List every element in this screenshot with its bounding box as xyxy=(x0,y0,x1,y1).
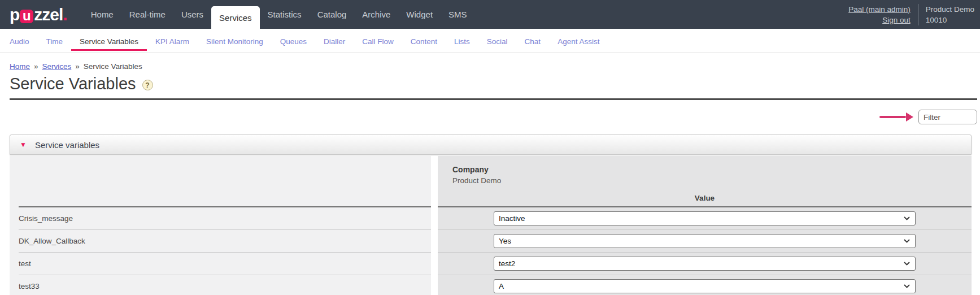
variable-name: DK_Allow_Callback xyxy=(19,230,431,253)
page-content: Home»Services»Service Variables Service … xyxy=(0,62,980,295)
subnav-item-silent-monitoring[interactable]: Silent Monitoring xyxy=(198,30,272,51)
top-nav-bar: puzzel. Home Real-time Users Services St… xyxy=(0,0,980,29)
breadcrumb-home-link[interactable]: Home xyxy=(10,62,30,71)
page-title: Service Variables xyxy=(10,75,136,93)
company-value-column: Company Product Demo Value Inactive xyxy=(438,156,972,295)
chevron-down-icon xyxy=(904,216,910,220)
subnav-item-queues[interactable]: Queues xyxy=(272,30,315,51)
logo-text-zzel: zzel xyxy=(34,5,63,24)
breadcrumb-separator: » xyxy=(75,62,80,71)
title-divider xyxy=(10,98,977,100)
nav-item-widget[interactable]: Widget xyxy=(398,0,441,29)
nav-item-catalog[interactable]: Catalog xyxy=(310,0,355,29)
select-value: test2 xyxy=(499,259,515,268)
user-profile-link[interactable]: Paal (main admin) xyxy=(848,4,911,15)
user-area: Paal (main admin) Sign out Product Demo … xyxy=(848,0,980,29)
company-info: Product Demo 10010 xyxy=(926,4,974,25)
variable-name: test xyxy=(19,253,431,275)
variable-name: Crisis_message xyxy=(19,207,431,230)
user-area-divider xyxy=(918,4,918,25)
annotation-arrow-icon xyxy=(879,112,913,122)
company-id: 10010 xyxy=(926,15,974,25)
sign-out-link[interactable]: Sign out xyxy=(848,15,911,25)
company-column-header: Company xyxy=(452,164,972,175)
collapse-triangle-icon: ▼ xyxy=(20,141,27,148)
subnav-item-social[interactable]: Social xyxy=(478,30,516,51)
table-row: test2 xyxy=(438,253,972,275)
variable-name-column: Crisis_message DK_Allow_Callback test te… xyxy=(10,156,431,295)
nav-item-services[interactable]: Services xyxy=(211,6,260,29)
select-value: Yes xyxy=(499,237,511,245)
subnav-item-audio[interactable]: Audio xyxy=(1,30,38,51)
chevron-down-icon xyxy=(904,239,910,243)
nav-item-archive[interactable]: Archive xyxy=(354,0,398,29)
nav-item-home[interactable]: Home xyxy=(83,0,121,29)
logo-dot: . xyxy=(63,5,67,24)
subnav-item-call-flow[interactable]: Call Flow xyxy=(354,30,402,51)
subnav-item-chat[interactable]: Chat xyxy=(516,30,550,51)
table-row: Yes xyxy=(438,230,972,253)
filter-input[interactable] xyxy=(918,110,977,124)
dk-allow-callback-select[interactable]: Yes xyxy=(494,234,916,248)
nav-item-users[interactable]: Users xyxy=(173,0,211,29)
select-value: Inactive xyxy=(499,214,525,223)
subnav-item-time[interactable]: Time xyxy=(38,30,72,51)
logo-text-p: p xyxy=(10,5,19,24)
subnav-item-kpi-alarm[interactable]: KPI Alarm xyxy=(147,30,198,51)
subnav-item-agent-assist[interactable]: Agent Assist xyxy=(549,30,608,51)
nav-item-sms[interactable]: SMS xyxy=(441,0,475,29)
value-column-header: Value xyxy=(438,194,972,202)
breadcrumb-current: Service Variables xyxy=(84,62,142,71)
subnav-item-dialler[interactable]: Dialler xyxy=(315,30,354,51)
breadcrumb-services-link[interactable]: Services xyxy=(42,62,72,71)
test33-select[interactable]: A xyxy=(494,279,916,293)
test-select[interactable]: test2 xyxy=(494,257,916,271)
logo-u-icon: u xyxy=(20,10,33,23)
company-name: Product Demo xyxy=(926,4,974,15)
main-nav: Home Real-time Users Services Statistics… xyxy=(83,0,475,29)
crisis-message-select[interactable]: Inactive xyxy=(494,211,916,225)
subnav-item-lists[interactable]: Lists xyxy=(446,30,478,51)
company-column-subheader: Product Demo xyxy=(452,175,972,186)
subnav-item-content[interactable]: Content xyxy=(402,30,446,51)
table-row: A xyxy=(438,275,972,295)
column-gap xyxy=(431,156,438,295)
breadcrumb-separator: » xyxy=(34,62,38,71)
sub-nav: Audio Time Service Variables KPI Alarm S… xyxy=(0,29,980,53)
table-row: Inactive xyxy=(438,207,972,230)
breadcrumb: Home»Services»Service Variables xyxy=(10,62,977,71)
puzzel-logo[interactable]: puzzel. xyxy=(0,0,83,29)
subnav-item-service-variables[interactable]: Service Variables xyxy=(71,30,147,51)
panel-title: Service variables xyxy=(35,140,99,150)
panel-header[interactable]: ▼ Service variables xyxy=(10,135,972,155)
nav-item-statistics[interactable]: Statistics xyxy=(260,0,310,29)
nav-item-real-time[interactable]: Real-time xyxy=(121,0,173,29)
select-value: A xyxy=(499,282,504,290)
chevron-down-icon xyxy=(904,262,910,266)
variable-name: test33 xyxy=(19,275,431,295)
service-variables-panel: ▼ Service variables Crisis_message DK_Al… xyxy=(10,135,972,295)
help-icon[interactable]: ? xyxy=(142,80,153,90)
panel-body: Crisis_message DK_Allow_Callback test te… xyxy=(10,156,972,295)
chevron-down-icon xyxy=(904,284,910,288)
